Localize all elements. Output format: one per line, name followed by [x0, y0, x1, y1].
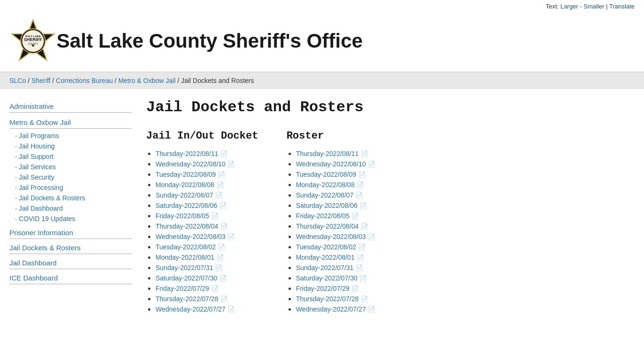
docket-link[interactable]: Sunday-2022/07/31📄 — [156, 264, 223, 272]
roster-link[interactable]: Saturday-2022/08/06📄 — [296, 202, 367, 209]
roster-link[interactable]: Saturday-2022/07/30📄 — [296, 274, 367, 282]
sidebar-item-jail-dockets[interactable]: Jail Dockets & Rosters — [9, 193, 132, 203]
docket-link[interactable]: Thursday-2022/08/11📄 — [156, 150, 228, 157]
docket-link[interactable]: Tuesday-2022/08/02📄 — [156, 243, 225, 251]
pdf-icon: 📄 — [220, 296, 228, 303]
pdf-icon: 📄 — [220, 223, 228, 230]
roster-link[interactable]: Sunday-2022/07/31📄 — [296, 264, 363, 272]
docket-link[interactable]: Friday-2022/08/05📄 — [156, 212, 219, 220]
list-item: Wednesday-2022/08/10📄 — [156, 160, 258, 168]
breadcrumb-slco[interactable]: SLCo — [9, 77, 26, 84]
docket-column: Jail In/Out Docket Thursday-2022/08/11📄W… — [146, 130, 258, 315]
list-item: Saturday-2022/07/30📄 — [156, 274, 258, 282]
roster-link[interactable]: Sunday-2022/08/07📄 — [296, 191, 363, 199]
docket-link[interactable]: Monday-2022/08/08📄 — [156, 181, 224, 189]
pdf-icon: 📄 — [356, 181, 364, 189]
list-item: Saturday-2022/08/06📄 — [156, 201, 258, 210]
list-item: Wednesday-2022/08/03📄 — [296, 232, 375, 241]
roster-link[interactable]: Thursday-2022/08/04📄 — [296, 222, 368, 230]
pdf-icon: 📄 — [219, 275, 227, 282]
pdf-icon: 📄 — [351, 285, 359, 292]
list-item: Thursday-2022/08/11📄 — [156, 149, 258, 158]
docket-link[interactable]: Thursday-2022/07/28📄 — [156, 295, 228, 303]
pdf-icon: 📄 — [358, 171, 366, 178]
roster-link[interactable]: Thursday-2022/08/11📄 — [296, 150, 368, 157]
header: SALT LAKE SHERIFF COUNTY Salt Lake Count… — [0, 13, 644, 72]
pdf-icon: 📄 — [227, 161, 235, 168]
sidebar-section-administrative: Administrative — [9, 99, 132, 113]
sidebar-item-jail-processing[interactable]: Jail Processing — [9, 182, 132, 193]
list-item: Sunday-2022/07/31📄 — [156, 263, 258, 272]
docket-link[interactable]: Tuesday-2022/08/09📄 — [156, 171, 225, 178]
pdf-icon: 📄 — [216, 181, 224, 189]
sidebar-item-dockets-rosters[interactable]: Jail Dockets & Rosters — [9, 241, 132, 254]
docket-link[interactable]: Wednesday-2022/08/03📄 — [156, 233, 235, 240]
pdf-icon: 📄 — [351, 213, 359, 220]
sidebar-item-jail-security[interactable]: Jail Security — [9, 172, 132, 182]
list-item: Wednesday-2022/08/03📄 — [156, 232, 258, 241]
sidebar-item-jail-dashboard[interactable]: Jail Dashboard — [9, 203, 132, 214]
list-item: Thursday-2022/07/28📄 — [296, 295, 375, 303]
roster-list: Thursday-2022/08/11📄Wednesday-2022/08/10… — [287, 149, 375, 313]
list-item: Thursday-2022/08/11📄 — [296, 149, 375, 158]
list-item: Tuesday-2022/08/02📄 — [156, 243, 258, 251]
pdf-icon: 📄 — [368, 161, 375, 168]
docket-link[interactable]: Sunday-2022/08/07📄 — [156, 191, 223, 199]
roster-link[interactable]: Wednesday-2022/08/10📄 — [296, 160, 375, 168]
docket-link[interactable]: Thursday-2022/08/04📄 — [156, 222, 228, 230]
roster-link[interactable]: Wednesday-2022/07/27📄 — [296, 305, 375, 313]
roster-link[interactable]: Monday-2022/08/08📄 — [296, 181, 364, 189]
list-item: Monday-2022/08/08📄 — [296, 181, 375, 189]
roster-link[interactable]: Thursday-2022/07/28📄 — [296, 295, 368, 303]
docket-link[interactable]: Saturday-2022/07/30📄 — [156, 274, 227, 282]
roster-link[interactable]: Monday-2022/08/01📄 — [296, 254, 364, 261]
roster-link[interactable]: Tuesday-2022/08/02📄 — [296, 243, 366, 251]
sidebar-item-covid[interactable]: COVID 19 Updates — [9, 214, 132, 224]
roster-column: Roster Thursday-2022/08/11📄Wednesday-202… — [287, 130, 375, 315]
sidebar-item-jail-support[interactable]: Jail Support — [9, 151, 132, 162]
roster-link[interactable]: Wednesday-2022/08/03📄 — [296, 233, 375, 240]
sidebar-item-jail-dashboard-main[interactable]: Jail Dashboard — [9, 256, 132, 269]
sidebar-item-jail-housing[interactable]: Jail Housing — [9, 141, 132, 151]
pdf-icon: 📄 — [356, 254, 364, 261]
translate-link[interactable]: Translate — [609, 3, 635, 10]
svg-text:SHERIFF: SHERIFF — [24, 37, 42, 42]
list-item: Sunday-2022/08/07📄 — [296, 191, 375, 199]
pdf-icon: 📄 — [211, 213, 219, 220]
list-item: Thursday-2022/07/28📄 — [156, 295, 258, 303]
list-item: Friday-2022/08/05📄 — [296, 212, 375, 220]
list-item: Saturday-2022/07/30📄 — [296, 274, 375, 282]
docket-link[interactable]: Wednesday-2022/07/27📄 — [156, 305, 235, 313]
docket-link[interactable]: Monday-2022/08/01📄 — [156, 254, 224, 261]
list-item: Wednesday-2022/07/27📄 — [156, 305, 258, 313]
pdf-icon: 📄 — [227, 306, 235, 313]
smaller-link[interactable]: Smaller — [584, 3, 604, 10]
roster-link[interactable]: Friday-2022/07/29📄 — [296, 285, 359, 292]
list-item: Friday-2022/07/29📄 — [156, 284, 258, 293]
docket-link[interactable]: Saturday-2022/08/06📄 — [156, 202, 227, 209]
list-item: Sunday-2022/07/31📄 — [296, 263, 375, 272]
list-item: Monday-2022/08/01📄 — [296, 253, 375, 262]
breadcrumb-corrections[interactable]: Corrections Bureau — [56, 77, 113, 84]
breadcrumb-metro-jail[interactable]: Metro & Oxbow Jail — [118, 77, 175, 84]
roster-link[interactable]: Friday-2022/08/05📄 — [296, 212, 359, 220]
sidebar-item-ice-dashboard[interactable]: ICE Dashboard — [9, 271, 132, 284]
sidebar-item-jail-services[interactable]: Jail Services — [9, 162, 132, 172]
text-label: Text: — [546, 3, 559, 10]
larger-link[interactable]: Larger — [561, 3, 578, 10]
sidebar-item-prisoner-info[interactable]: Prisoner Information — [9, 226, 132, 239]
breadcrumb-sheriff[interactable]: Sheriff — [32, 77, 50, 84]
pdf-icon: 📄 — [359, 202, 367, 209]
site-title: Salt Lake County Sheriff's Office — [57, 30, 363, 52]
pdf-icon: 📄 — [227, 233, 235, 240]
list-item: Tuesday-2022/08/09📄 — [156, 170, 258, 179]
pdf-icon: 📄 — [211, 285, 219, 292]
roster-link[interactable]: Tuesday-2022/08/09📄 — [296, 171, 366, 178]
pdf-icon: 📄 — [220, 150, 228, 157]
pdf-icon: 📄 — [359, 275, 367, 282]
docket-link[interactable]: Friday-2022/07/29📄 — [156, 285, 219, 292]
docket-link[interactable]: Wednesday-2022/08/10📄 — [156, 160, 235, 168]
sidebar: Administrative Metro & Oxbow Jail Jail P… — [9, 99, 132, 315]
sidebar-item-jail-programs[interactable]: Jail Programs — [9, 131, 132, 141]
list-item: Wednesday-2022/08/10📄 — [296, 160, 375, 168]
